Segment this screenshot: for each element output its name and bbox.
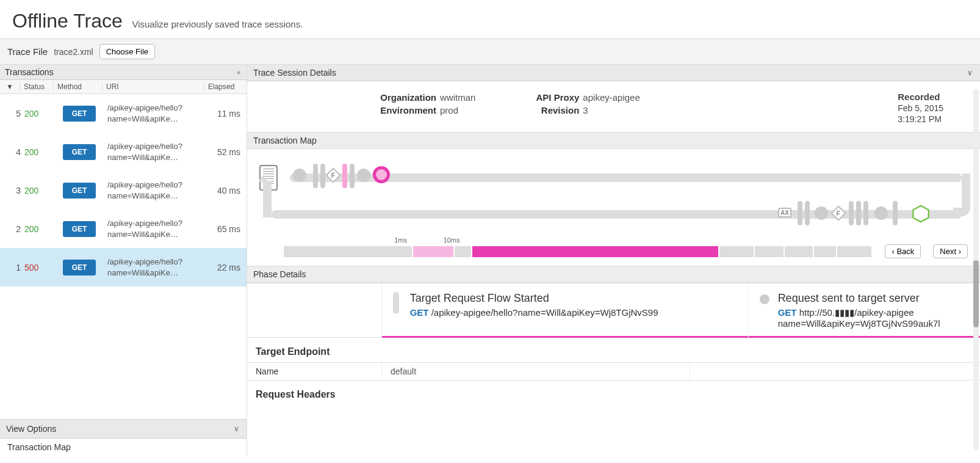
flow-bar[interactable] — [350, 164, 355, 188]
meta-proxy-value: apikey-apigee — [583, 92, 640, 103]
meta-proxy-label: API Proxy — [512, 92, 579, 103]
flow-bar[interactable] — [849, 201, 854, 225]
tx-status: 200 — [24, 224, 55, 234]
tx-status: 200 — [24, 186, 55, 195]
meta-env-label: Environment — [369, 105, 436, 115]
timing-1ms-label: 1ms — [394, 236, 407, 244]
tx-uri: /apikey-apigee/hello?name=Will&apiKe… — [104, 218, 204, 239]
tx-elapsed: 22 ms — [204, 263, 247, 272]
phase-left-path: /apikey-apigee/hello?name=Will&apiKey=Wj… — [431, 307, 658, 318]
col-elapsed[interactable]: Elapsed — [204, 82, 247, 91]
meta-rev-label: Revision — [512, 105, 579, 115]
scrollbar[interactable] — [973, 89, 979, 450]
recorded-date: Feb 5, 2015 — [898, 103, 943, 114]
flow-step-node[interactable] — [815, 206, 828, 220]
choose-file-button[interactable]: Choose File — [99, 44, 155, 59]
tx-status: 200 — [24, 109, 55, 118]
phase-left-title: Target Request Flow Started — [410, 292, 658, 305]
meta-rev-value: 3 — [583, 105, 588, 115]
flow-step-selected[interactable] — [373, 166, 390, 183]
tx-index: 1 — [0, 263, 24, 272]
transactions-header: Transactions — [5, 67, 54, 77]
transaction-row[interactable]: 1500GET/apikey-apigee/hello?name=Will&ap… — [0, 248, 247, 286]
recorded-label: Recorded — [898, 91, 943, 103]
flow-bar[interactable] — [863, 201, 868, 225]
meta-env-value: prod — [440, 105, 458, 115]
chevron-down-icon[interactable]: ∨ — [232, 423, 240, 434]
flow-bar[interactable] — [313, 164, 318, 188]
recorded-time: 3:19:21 PM — [898, 114, 943, 125]
phase-right-title: Request sent to target server — [778, 292, 965, 305]
te-name-label: Name — [247, 363, 381, 380]
request-headers-header: Request Headers — [247, 380, 980, 405]
method-badge: GET — [63, 144, 96, 160]
transaction-row[interactable]: 2200GET/apikey-apigee/hello?name=Will&ap… — [0, 210, 247, 248]
transaction-row[interactable]: 4200GET/apikey-apigee/hello?name=Will&ap… — [0, 133, 247, 171]
tx-elapsed: 11 ms — [204, 109, 247, 118]
view-option-transaction-map[interactable]: Transaction Map — [7, 442, 239, 452]
tx-uri: /apikey-apigee/hello?name=Will&apiKe… — [104, 257, 204, 278]
view-options-header[interactable]: View Options — [6, 424, 56, 434]
page-subtitle: Visualize previously saved trace session… — [132, 19, 303, 29]
trace-file-name: trace2.xml — [54, 47, 93, 57]
phase-sent-icon — [760, 294, 769, 304]
trace-session-details-header: Trace Session Details — [253, 68, 336, 78]
next-button[interactable]: Next › — [933, 244, 968, 258]
tx-index: 3 — [0, 186, 24, 195]
flow-step-node[interactable] — [293, 169, 306, 182]
flow-step-node[interactable] — [357, 169, 370, 182]
expand-details-icon[interactable]: ∨ — [966, 67, 974, 78]
flow-ax-icon[interactable]: AX — [778, 208, 791, 217]
page-title: Offline Trace — [12, 10, 123, 32]
collapse-left-icon[interactable]: « — [236, 67, 242, 77]
trace-file-label: Trace File — [7, 46, 48, 57]
tx-status: 500 — [24, 263, 55, 272]
tx-index: 4 — [0, 147, 24, 157]
transaction-row[interactable]: 3200GET/apikey-apigee/hello?name=Will&ap… — [0, 171, 247, 210]
te-name-value: default — [381, 363, 690, 380]
method-badge: GET — [63, 260, 96, 275]
meta-org-label: Organization — [369, 92, 436, 103]
svg-marker-0 — [913, 206, 928, 222]
phase-start-icon — [393, 292, 399, 314]
flow-step-node[interactable] — [874, 206, 888, 220]
sort-toggle-icon[interactable]: ▼ — [0, 82, 20, 91]
target-endpoint-header: Target Endpoint — [247, 337, 980, 362]
tx-uri: /apikey-apigee/hello?name=Will&apiKe… — [104, 141, 204, 162]
transaction-map[interactable]: F AX F — [247, 149, 980, 241]
tx-uri: /apikey-apigee/hello?name=Will&apiKe… — [104, 103, 204, 124]
phase-left-verb: GET — [410, 307, 429, 318]
flow-bar[interactable] — [856, 201, 861, 225]
tx-elapsed: 65 ms — [204, 224, 247, 234]
transaction-row[interactable]: 5200GET/apikey-apigee/hello?name=Will&ap… — [0, 94, 247, 133]
flow-bar-active[interactable] — [342, 164, 347, 188]
back-button[interactable]: ‹ Back — [885, 244, 921, 258]
col-method[interactable]: Method — [53, 82, 102, 91]
col-uri[interactable]: URI — [102, 82, 204, 91]
flow-bar[interactable] — [893, 201, 898, 225]
phase-right-verb: GET — [778, 307, 797, 318]
phase-left[interactable]: Target Request Flow Started GET /apikey-… — [381, 283, 748, 337]
transaction-map-header: Transaction Map — [247, 132, 980, 149]
phase-details-header: Phase Details — [247, 266, 980, 283]
phase-right[interactable]: Request sent to target server GET http:/… — [748, 283, 980, 337]
col-status[interactable]: Status — [20, 82, 53, 91]
meta-org-value: wwitman — [440, 92, 475, 103]
tx-uri: /apikey-apigee/hello?name=Will&apiKe… — [104, 180, 204, 201]
tx-elapsed: 52 ms — [204, 147, 247, 157]
flow-bar[interactable] — [805, 201, 810, 225]
flow-bar[interactable] — [798, 201, 802, 225]
tx-status: 200 — [24, 147, 55, 157]
timing-10ms-label: 10ms — [444, 236, 460, 244]
tx-elapsed: 40 ms — [204, 186, 247, 195]
method-badge: GET — [63, 183, 96, 199]
method-badge: GET — [63, 221, 96, 237]
target-node-icon[interactable] — [912, 204, 929, 224]
flow-bar[interactable] — [320, 164, 325, 188]
tx-index: 2 — [0, 224, 24, 234]
method-badge: GET — [63, 106, 96, 122]
tx-index: 5 — [0, 109, 24, 118]
phase-right-path: http://50.▮▮▮▮/apikey-apigee name=Will&a… — [778, 307, 940, 329]
timing-bar[interactable] — [284, 246, 873, 257]
